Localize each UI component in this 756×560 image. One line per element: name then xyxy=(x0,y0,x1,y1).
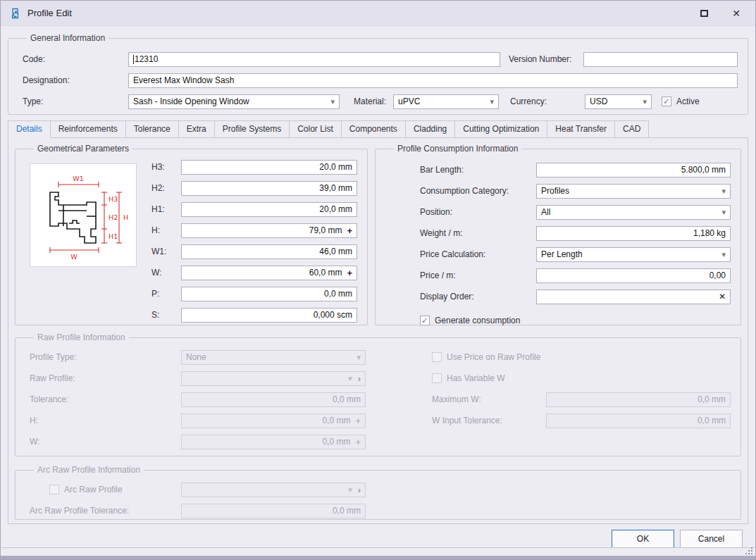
version-number-label: Version Number: xyxy=(509,54,583,64)
check-icon: ✓ xyxy=(421,316,428,325)
generate-consumption-checkbox[interactable]: ✓ xyxy=(420,316,430,325)
raw-h-input: 0,0 mm + xyxy=(181,413,366,428)
profile-cross-section-image: W1 W H3 H2 H1 H xyxy=(30,163,137,267)
profile-consumption-title: Profile Consumption Information xyxy=(394,144,521,154)
chevron-down-icon: ▾ xyxy=(721,250,726,259)
display-order-input[interactable]: ✕ xyxy=(536,290,731,304)
consumption-category-dropdown[interactable]: Profiles ▾ xyxy=(536,184,731,199)
display-order-row: Display Order: ✕ xyxy=(390,289,731,304)
designation-input[interactable]: Everest Max Window Sash xyxy=(128,73,738,88)
code-row: Code: 12310 Version Number: xyxy=(23,51,738,67)
raw-h-value: 0,0 mm xyxy=(186,416,350,425)
price-calculation-label: Price Calculation: xyxy=(420,249,536,259)
w1-input[interactable]: 46,0 mm xyxy=(181,244,357,259)
has-variable-w-row: Has Variable W xyxy=(432,373,731,383)
chevron-down-icon: ▾ xyxy=(348,485,352,494)
h-input[interactable]: 79,0 mm + xyxy=(181,223,357,238)
profile-consumption-group: Profile Consumption Information Bar Leng… xyxy=(375,144,741,325)
raw-profile-row: Raw Profile: ▾ › Has Variable W xyxy=(30,371,731,386)
h3-input[interactable]: 20,0 mm xyxy=(181,160,357,175)
tab-tolerance[interactable]: Tolerance xyxy=(126,120,179,138)
dialog-body: General Information Code: 12310 Version … xyxy=(1,26,755,547)
p-label: P: xyxy=(151,289,181,299)
bar-length-row: Bar Length: 5.800,0 mm xyxy=(390,162,731,178)
p-row: P: 0,0 mm xyxy=(151,286,357,301)
designation-label: Designation: xyxy=(23,75,128,85)
general-information-title: General Information xyxy=(27,33,109,43)
chevron-down-icon: ▾ xyxy=(721,208,726,217)
raw-h-label: H: xyxy=(30,416,181,425)
w-value: 60,0 mm xyxy=(186,268,342,278)
chevron-down-icon: ▾ xyxy=(348,374,352,383)
s-input[interactable]: 0,000 scm xyxy=(181,308,357,323)
weight-input[interactable]: 1,180 kg xyxy=(536,226,731,241)
material-dropdown[interactable]: uPVC ▾ xyxy=(393,94,499,109)
raw-w-input: 0,0 mm + xyxy=(181,435,366,449)
cancel-button[interactable]: Cancel xyxy=(680,530,743,547)
titlebar[interactable]: Profile Edit ✕ xyxy=(1,1,755,26)
arc-raw-profile-label: Arc Raw Profile xyxy=(64,485,123,494)
tab-cladding[interactable]: Cladding xyxy=(406,120,455,138)
raw-tolerance-row: Tolerance: 0,0 mm Maximum W: 0,0 mm xyxy=(30,392,731,407)
currency-dropdown[interactable]: USD ▾ xyxy=(585,94,652,109)
tab-cutting-optimization[interactable]: Cutting Optimization xyxy=(455,120,547,138)
ok-button[interactable]: OK xyxy=(612,530,674,547)
w-input[interactable]: 60,0 mm + xyxy=(181,266,357,280)
h-value: 79,0 mm xyxy=(186,225,342,235)
version-number-input[interactable] xyxy=(583,52,738,67)
price-input[interactable]: 0,00 xyxy=(536,268,731,283)
resize-grip[interactable] xyxy=(745,548,752,554)
has-variable-w-checkbox xyxy=(432,373,442,383)
tab-reinforcements[interactable]: Reinforcements xyxy=(51,120,126,138)
raw-w-value: 0,0 mm xyxy=(186,437,350,447)
window-title: Profile Edit xyxy=(27,8,72,18)
browse-icon: › xyxy=(358,373,361,384)
use-price-row: Use Price on Raw Profile xyxy=(432,352,731,362)
browse-icon: › xyxy=(358,485,361,495)
profile-type-row: Profile Type: None ▾ Use Price on Raw Pr… xyxy=(30,349,731,365)
p-input[interactable]: 0,0 mm xyxy=(181,287,357,301)
bar-length-input[interactable]: 5.800,0 mm xyxy=(536,163,731,178)
tab-page-details: Geometrical Parameters xyxy=(8,137,748,524)
s-label: S: xyxy=(151,310,181,320)
maximize-icon xyxy=(700,10,708,17)
geometry-fields: H3: 20,0 mm H2: 39,0 mm H1: 20,0 mm xyxy=(151,159,357,328)
arc-raw-profile-check-group: Arc Raw Profile xyxy=(49,485,180,494)
tab-profile-systems[interactable]: Profile Systems xyxy=(215,120,290,138)
chevron-down-icon: ▾ xyxy=(330,97,335,106)
tab-components[interactable]: Components xyxy=(342,120,406,138)
expand-plus-icon[interactable]: + xyxy=(347,268,352,278)
tab-color-list[interactable]: Color List xyxy=(290,120,342,138)
maximize-button[interactable] xyxy=(692,4,716,23)
price-calculation-dropdown[interactable]: Per Length ▾ xyxy=(536,247,731,262)
raw-w-label: W: xyxy=(30,437,181,447)
use-price-checkbox xyxy=(432,352,442,362)
consumption-category-label: Consumption Category: xyxy=(420,186,536,196)
h2-input[interactable]: 39,0 mm xyxy=(181,181,357,196)
weight-value: 1,180 kg xyxy=(541,228,726,238)
type-dropdown[interactable]: Sash - Inside Opening Window ▾ xyxy=(128,94,340,109)
type-value: Sash - Inside Opening Window xyxy=(133,97,328,106)
active-checkbox[interactable]: ✓ xyxy=(662,97,671,106)
position-dropdown[interactable]: All ▾ xyxy=(536,205,731,220)
close-button[interactable]: ✕ xyxy=(724,4,748,23)
designation-value: Everest Max Window Sash xyxy=(133,75,733,85)
tab-details[interactable]: Details xyxy=(8,120,51,138)
tab-heat-transfer[interactable]: Heat Transfer xyxy=(547,120,615,138)
expand-plus-icon[interactable]: + xyxy=(347,225,352,236)
tab-extra[interactable]: Extra xyxy=(179,120,215,138)
designation-row: Designation: Everest Max Window Sash xyxy=(23,73,738,88)
dim-label-h2: H2 xyxy=(109,213,118,221)
arc-tolerance-input: 0,0 mm xyxy=(181,504,366,518)
footer: OK Cancel xyxy=(8,530,748,547)
s-row: S: 0,000 scm xyxy=(151,307,357,323)
tab-cad[interactable]: CAD xyxy=(615,120,649,138)
profile-type-label: Profile Type: xyxy=(30,352,181,362)
chevron-down-icon: ▾ xyxy=(721,187,726,196)
clear-icon[interactable]: ✕ xyxy=(719,292,726,301)
p-value: 0,0 mm xyxy=(186,289,352,299)
h3-value: 20,0 mm xyxy=(186,162,352,172)
code-input[interactable]: 12310 xyxy=(128,52,500,67)
h1-input[interactable]: 20,0 mm xyxy=(181,202,357,217)
price-calculation-row: Price Calculation: Per Length ▾ xyxy=(390,247,731,262)
